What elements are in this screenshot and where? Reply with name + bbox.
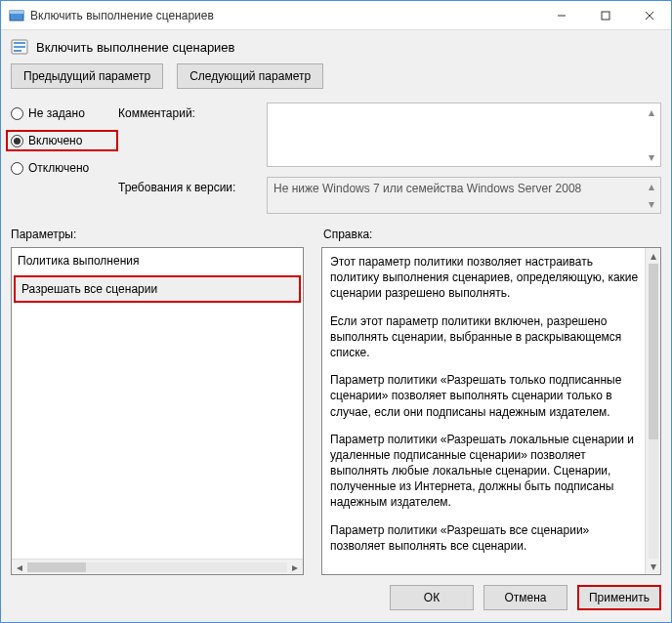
svg-rect-1	[10, 11, 23, 14]
minimize-button[interactable]	[539, 1, 583, 29]
nav-buttons: Предыдущий параметр Следующий параметр	[1, 60, 671, 99]
dialog-window: Включить выполнение сценариев Включить в…	[0, 0, 672, 623]
radio-icon	[11, 135, 23, 147]
execution-policy-dropdown[interactable]: Разрешать все сценарии	[14, 275, 301, 303]
window-title: Включить выполнение сценариев	[30, 9, 539, 22]
help-paragraph: Параметр политики «Разрешать только подп…	[330, 372, 639, 420]
svg-rect-3	[602, 12, 609, 20]
scrollbar-horizontal[interactable]: ◂ ▸	[12, 559, 303, 574]
radio-icon	[11, 107, 23, 120]
radio-disabled[interactable]: Отключено	[11, 161, 118, 175]
dialog-footer: ОК Отмена Применить	[1, 575, 671, 622]
ok-button[interactable]: ОК	[390, 585, 474, 610]
svg-rect-9	[14, 50, 21, 52]
scroll-down-icon: ▾	[649, 150, 654, 164]
radio-not-configured[interactable]: Не задано	[11, 106, 118, 120]
close-button[interactable]	[627, 1, 671, 29]
app-icon	[9, 8, 24, 23]
requirements-value: Не ниже Windows 7 или семейства Windows …	[273, 182, 581, 195]
scroll-up-icon: ▴	[649, 105, 654, 119]
radio-icon	[11, 162, 23, 175]
help-panel: Этот параметр политики позволяет настраи…	[321, 247, 661, 575]
maximize-button[interactable]	[583, 1, 627, 29]
requirements-box: Не ниже Windows 7 или семейства Windows …	[267, 177, 661, 214]
options-label: Параметры:	[11, 228, 323, 241]
apply-button[interactable]: Применить	[577, 585, 661, 610]
next-setting-button[interactable]: Следующий параметр	[177, 63, 323, 89]
scroll-thumb[interactable]	[649, 264, 658, 439]
options-panel: Политика выполнения Разрешать все сценар…	[11, 247, 304, 575]
header-title: Включить выполнение сценариев	[36, 40, 235, 55]
cancel-button[interactable]: Отмена	[483, 585, 567, 610]
window-controls	[539, 1, 671, 29]
svg-rect-8	[14, 46, 25, 48]
help-paragraph: Если этот параметр политики включен, раз…	[330, 313, 639, 361]
scroll-down-icon: ▾	[649, 197, 654, 211]
scroll-down-icon: ▾	[651, 559, 656, 574]
header: Включить выполнение сценариев	[1, 30, 671, 60]
scroll-track	[649, 264, 658, 559]
scrollbar-vertical[interactable]: ▴ ▾	[645, 105, 658, 164]
scroll-up-icon: ▴	[651, 248, 656, 264]
scroll-up-icon: ▴	[649, 180, 654, 193]
scroll-thumb[interactable]	[27, 562, 86, 572]
radio-enabled[interactable]: Включено	[6, 130, 118, 151]
scroll-right-icon: ▸	[287, 561, 303, 574]
help-label: Справка:	[323, 228, 372, 241]
comment-textarea[interactable]: ▴ ▾	[267, 103, 661, 167]
execution-policy-label: Политика выполнения	[12, 248, 303, 273]
scrollbar-vertical[interactable]: ▴ ▾	[645, 180, 658, 211]
help-text: Этот параметр политики позволяет настраи…	[322, 248, 660, 574]
scroll-left-icon: ◂	[12, 561, 27, 574]
policy-icon	[11, 38, 28, 56]
radio-label: Отключено	[28, 161, 89, 175]
fields-grid: Комментарий: ▴ ▾ Требования к версии: Не…	[118, 99, 661, 214]
svg-rect-7	[14, 42, 25, 44]
config-section: Не задано Включено Отключено Комментарий…	[1, 99, 671, 214]
lower-panels: Политика выполнения Разрешать все сценар…	[1, 247, 671, 575]
state-radios: Не задано Включено Отключено	[11, 99, 118, 214]
options-content: Политика выполнения Разрешать все сценар…	[12, 248, 303, 559]
comment-label: Комментарий:	[118, 103, 255, 167]
requirements-label: Требования к версии:	[118, 177, 255, 214]
radio-label: Не задано	[28, 106, 85, 120]
scrollbar-vertical[interactable]: ▴ ▾	[645, 248, 660, 574]
radio-label: Включено	[28, 134, 82, 147]
section-labels: Параметры: Справка:	[1, 214, 671, 247]
prev-setting-button[interactable]: Предыдущий параметр	[11, 63, 163, 89]
help-paragraph: Этот параметр политики позволяет настраи…	[330, 254, 639, 302]
scroll-track	[27, 562, 287, 572]
help-paragraph: Параметр политики «Разрешать все сценари…	[330, 522, 639, 554]
help-paragraph: Параметр политики «Разрешать локальные с…	[330, 432, 639, 511]
titlebar: Включить выполнение сценариев	[1, 1, 671, 30]
